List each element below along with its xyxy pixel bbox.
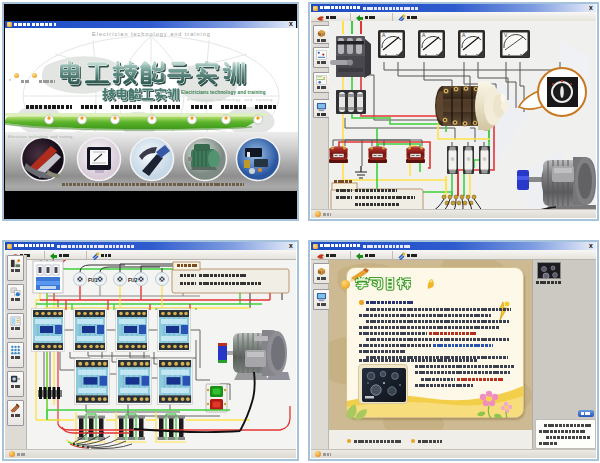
svg-text:FU2: FU2 — [128, 277, 138, 283]
svg-text:FU1: FU1 — [88, 277, 98, 283]
